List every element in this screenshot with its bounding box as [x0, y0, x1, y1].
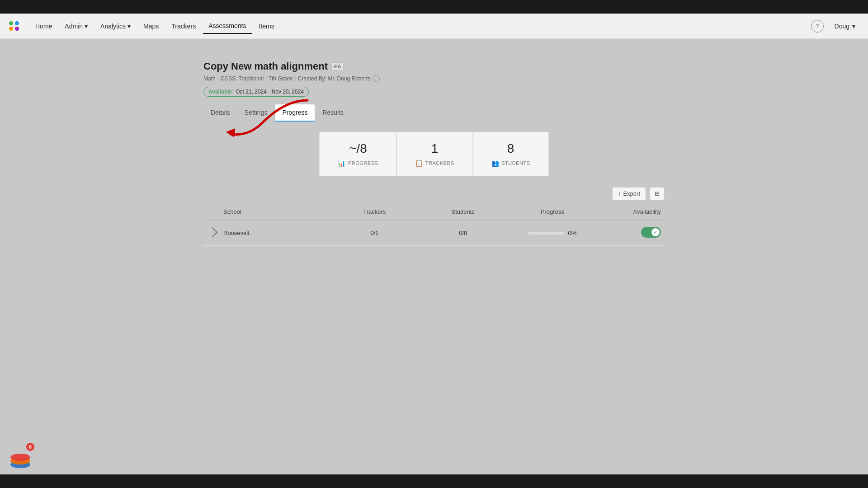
toggle-track: ✓: [641, 227, 661, 238]
progress-percent: 0%: [568, 230, 576, 236]
th-progress: Progress: [507, 204, 597, 220]
td-trackers: 0/1: [330, 220, 419, 246]
stat-trackers-value: 1: [415, 141, 454, 156]
export-label: Export: [623, 190, 640, 197]
svg-point-3: [10, 454, 30, 461]
app-logo[interactable]: [9, 21, 19, 31]
page-title-section: Copy New math alignment EA: [203, 61, 665, 72]
stat-students: 8 👥 STUDENTS: [473, 132, 549, 176]
stat-trackers: 1 📋 TRACKERS: [396, 132, 472, 176]
availability-toggle[interactable]: ✓: [641, 227, 661, 238]
th-expand: [203, 204, 220, 220]
data-table: School Trackers Students Progress Availa…: [203, 204, 665, 246]
page-title-text: Copy New math alignment: [203, 61, 328, 72]
th-students: Students: [419, 204, 507, 220]
stat-progress: ~/8 📊 PROGRESS: [319, 132, 396, 176]
tabs-container: Details Settings Progress Results: [203, 104, 665, 121]
table-row: Roosevelt 0/1 0/8 0%: [203, 220, 665, 246]
export-button[interactable]: ↑ Export: [612, 187, 646, 200]
stat-students-value: 8: [491, 141, 530, 156]
td-progress: 0%: [507, 220, 597, 246]
stat-trackers-label: TRACKERS: [425, 160, 454, 166]
toggle-switch[interactable]: ✓: [641, 227, 661, 238]
page-meta: Math | CCSS: Traditional | 7th Grade | C…: [203, 75, 665, 82]
floating-widget[interactable]: 6: [9, 443, 36, 470]
stat-progress-value: ~/8: [338, 141, 378, 156]
user-name: Doug: [835, 23, 849, 30]
td-school: Roosevelt: [220, 220, 330, 246]
nav-items[interactable]: Items: [254, 19, 280, 33]
title-badge: EA: [331, 62, 344, 70]
meta-standard: CCSS: Traditional: [221, 75, 264, 82]
stat-students-label: STUDENTS: [501, 160, 530, 166]
nav-trackers[interactable]: Trackers: [166, 19, 201, 33]
nav-maps[interactable]: Maps: [138, 19, 164, 33]
export-icon: ↑: [618, 190, 621, 197]
nav-analytics[interactable]: Analytics ▾: [95, 19, 136, 33]
availability-dates: Oct 21, 2024 - Nov 20, 2024: [236, 89, 304, 95]
chevron-down-icon: ▾: [85, 23, 88, 30]
nav-home[interactable]: Home: [30, 19, 57, 33]
grid-view-button[interactable]: ⊞: [650, 187, 665, 200]
meta-grade: 7th Grade: [269, 75, 292, 82]
tab-settings[interactable]: Settings: [237, 104, 275, 121]
help-button[interactable]: ?: [811, 20, 824, 33]
progress-bar: [528, 232, 564, 235]
nav-right: ? Doug ▾: [811, 20, 859, 33]
th-school: School: [220, 204, 330, 220]
table-toolbar: ↑ Export ⊞: [203, 187, 665, 200]
info-icon[interactable]: i: [373, 75, 380, 82]
tab-results[interactable]: Results: [315, 104, 351, 121]
nav-admin[interactable]: Admin ▾: [59, 19, 93, 33]
chevron-right-icon: [208, 227, 218, 238]
availability-label: Available:: [208, 89, 234, 95]
td-availability: ✓: [597, 220, 665, 246]
row-expand-btn[interactable]: [203, 220, 220, 246]
top-bar: [0, 0, 868, 14]
meta-subject: Math: [203, 75, 216, 82]
main-content: Copy New math alignment EA Math | CCSS: …: [185, 50, 683, 257]
tab-details[interactable]: Details: [203, 104, 237, 121]
th-availability: Availability: [597, 204, 665, 220]
trackers-icon: 📋: [415, 160, 423, 167]
user-menu[interactable]: Doug ▾: [831, 21, 859, 32]
bottom-bar: [0, 474, 868, 488]
toggle-thumb: ✓: [651, 228, 660, 236]
availability-badge: Available: Oct 21, 2024 - Nov 20, 2024: [203, 87, 309, 97]
grid-icon: ⊞: [655, 190, 660, 197]
meta-created-by: Created By: Mr. Doug Roberts: [298, 75, 371, 82]
chevron-down-icon: ▾: [852, 23, 855, 30]
chevron-down-icon: ▾: [127, 23, 131, 30]
tab-progress[interactable]: Progress: [274, 104, 315, 121]
th-trackers: Trackers: [330, 204, 419, 220]
nav-items: Home Admin ▾ Analytics ▾ Maps Trackers A…: [30, 19, 811, 34]
td-students: 0/8: [419, 220, 507, 246]
students-icon: 👥: [491, 160, 500, 167]
progress-icon: 📊: [338, 160, 346, 167]
navbar: Home Admin ▾ Analytics ▾ Maps Trackers A…: [0, 14, 868, 39]
stat-progress-label: PROGRESS: [348, 160, 378, 166]
widget-stack-icon: [9, 447, 32, 470]
stats-row: ~/8 📊 PROGRESS 1 📋 TRACKERS 8 👥 STUDENTS: [203, 132, 665, 176]
nav-assessments[interactable]: Assessments: [203, 19, 251, 34]
